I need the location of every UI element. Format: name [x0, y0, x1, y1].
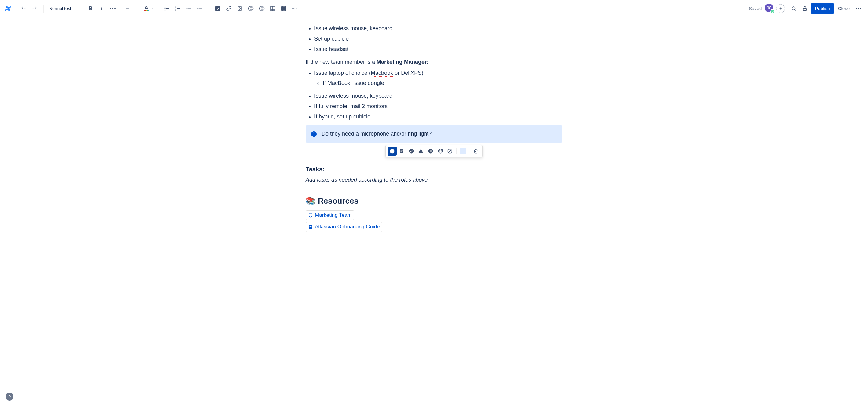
- svg-point-56: [392, 149, 393, 150]
- table-button[interactable]: [268, 3, 278, 14]
- svg-rect-22: [186, 10, 191, 10]
- svg-point-48: [856, 8, 857, 9]
- svg-point-45: [792, 7, 795, 10]
- text-style-dropdown[interactable]: Normal text: [48, 3, 78, 14]
- svg-point-33: [262, 8, 263, 8]
- link-button[interactable]: [224, 3, 234, 14]
- svg-point-32: [261, 8, 261, 8]
- text-cursor: [436, 131, 436, 137]
- find-button[interactable]: [788, 3, 799, 14]
- more-formatting-button[interactable]: [107, 3, 118, 14]
- text-color-dropdown[interactable]: A: [144, 3, 154, 14]
- svg-rect-17: [177, 10, 180, 10]
- editor-content[interactable]: Issue wireless mouse, keyboard Set up cu…: [306, 17, 562, 245]
- list-item[interactable]: If hybrid, set up cubicle: [314, 113, 562, 121]
- svg-point-29: [239, 7, 239, 8]
- svg-point-67: [441, 150, 441, 151]
- page-link-chip[interactable]: Marketing Team: [306, 210, 354, 220]
- svg-rect-18: [186, 7, 191, 7]
- spellcheck-word[interactable]: Macbook: [371, 70, 393, 77]
- svg-rect-75: [310, 228, 311, 228]
- more-actions-button[interactable]: [853, 3, 864, 14]
- svg-point-66: [439, 150, 440, 151]
- role-name: Marketing Manager:: [376, 59, 429, 65]
- emoji-button[interactable]: [257, 3, 267, 14]
- list-item[interactable]: Issue laptop of choice (Macbook or DellX…: [314, 69, 562, 88]
- close-button[interactable]: Close: [835, 3, 853, 14]
- svg-point-30: [250, 8, 252, 9]
- svg-rect-23: [197, 7, 202, 7]
- svg-rect-39: [281, 6, 284, 11]
- alignment-dropdown[interactable]: [126, 3, 136, 14]
- equipment-list: Issue wireless mouse, keyboard Set up cu…: [306, 25, 562, 54]
- svg-point-65: [438, 149, 442, 153]
- svg-rect-60: [401, 151, 402, 152]
- svg-rect-74: [310, 227, 312, 227]
- svg-rect-9: [166, 7, 169, 7]
- svg-rect-40: [284, 6, 286, 11]
- publish-button[interactable]: Publish: [810, 3, 834, 14]
- panel-type-success-button[interactable]: [407, 146, 416, 156]
- panel-delete-button[interactable]: [471, 146, 480, 156]
- user-avatar[interactable]: JC J: [765, 4, 774, 13]
- redo-button[interactable]: [29, 3, 40, 14]
- image-button[interactable]: [235, 3, 245, 14]
- svg-point-50: [860, 8, 861, 9]
- svg-rect-73: [310, 226, 312, 226]
- invite-button[interactable]: [776, 4, 785, 13]
- editor-toolbar: Normal text B I A 123: [0, 0, 868, 17]
- action-item-button[interactable]: [213, 3, 223, 14]
- panel-no-icon-button[interactable]: [445, 146, 455, 156]
- indent-button[interactable]: [195, 3, 205, 14]
- svg-point-7: [164, 8, 165, 9]
- list-item[interactable]: Issue headset: [314, 45, 562, 54]
- mention-button[interactable]: [246, 3, 256, 14]
- bullet-list-button[interactable]: [162, 3, 172, 14]
- info-panel[interactable]: Do they need a microphone and/or ring li…: [306, 126, 562, 142]
- svg-rect-16: [177, 8, 180, 9]
- svg-rect-62: [421, 150, 422, 152]
- chip-label: Marketing Team: [315, 211, 352, 219]
- tasks-subtext[interactable]: Add tasks as needed according to the rol…: [306, 176, 562, 184]
- svg-marker-24: [197, 8, 199, 9]
- list-item[interactable]: If fully remote, mail 2 monitors: [314, 102, 562, 111]
- role-condition-line[interactable]: If the new team member is a Marketing Ma…: [306, 58, 562, 67]
- svg-rect-58: [401, 150, 403, 150]
- svg-point-0: [110, 8, 111, 9]
- panel-type-warning-button[interactable]: [416, 146, 426, 156]
- svg-rect-27: [215, 6, 220, 11]
- panel-type-info-button[interactable]: [388, 146, 397, 156]
- chip-label: Atlassian Onboarding Guide: [315, 223, 380, 231]
- list-item[interactable]: Set up cubicle: [314, 35, 562, 43]
- svg-rect-21: [188, 8, 191, 9]
- list-item[interactable]: If MacBook, issue dongle: [323, 79, 562, 88]
- svg-point-31: [259, 6, 264, 11]
- panel-emoji-button[interactable]: [436, 146, 445, 156]
- panel-type-note-button[interactable]: [397, 146, 406, 156]
- outdent-button[interactable]: [184, 3, 194, 14]
- insert-dropdown[interactable]: [290, 3, 300, 14]
- undo-button[interactable]: [18, 3, 29, 14]
- svg-point-8: [164, 9, 165, 10]
- svg-rect-25: [199, 8, 202, 9]
- svg-rect-55: [392, 150, 393, 152]
- text-style-label: Normal text: [49, 6, 71, 11]
- panel-background-color-button[interactable]: [459, 146, 468, 156]
- restrictions-button[interactable]: [800, 3, 810, 14]
- manager-equipment-list: Issue laptop of choice (Macbook or DellX…: [306, 69, 562, 121]
- bold-button[interactable]: B: [86, 3, 96, 14]
- svg-line-71: [448, 149, 452, 153]
- page-link-chip[interactable]: Atlassian Onboarding Guide: [306, 222, 382, 232]
- books-icon: 📚: [306, 195, 315, 207]
- resources-heading[interactable]: 📚 Resources: [306, 195, 562, 207]
- svg-line-46: [795, 9, 796, 10]
- panel-type-error-button[interactable]: [426, 146, 435, 156]
- svg-point-49: [858, 8, 859, 9]
- italic-button[interactable]: I: [97, 3, 107, 14]
- list-item[interactable]: Issue wireless mouse, keyboard: [314, 25, 562, 33]
- svg-point-1: [112, 8, 114, 9]
- list-item[interactable]: Issue wireless mouse, keyboard: [314, 92, 562, 100]
- tasks-heading[interactable]: Tasks:: [306, 165, 562, 174]
- numbered-list-button[interactable]: 123: [173, 3, 183, 14]
- layouts-button[interactable]: [279, 3, 289, 14]
